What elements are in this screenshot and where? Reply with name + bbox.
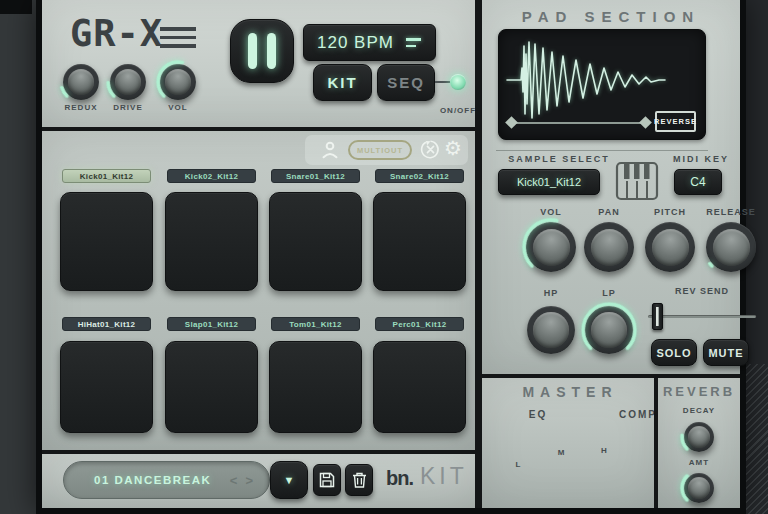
eq-mid-letter: M bbox=[555, 448, 567, 457]
reverb-title: REVERB bbox=[658, 384, 740, 399]
pad-section-title: PAD SECTION bbox=[482, 8, 740, 25]
led-connector bbox=[435, 81, 450, 83]
brand-logo: bn. bbox=[386, 467, 413, 490]
reverb-panel: REVERB DECAY AMT bbox=[658, 378, 740, 508]
pad-vol-knob[interactable] bbox=[526, 222, 576, 272]
bpm-display[interactable]: 120 BPM bbox=[303, 24, 436, 61]
amt-knob[interactable] bbox=[684, 473, 714, 503]
backdrop-notch bbox=[0, 0, 32, 14]
drum-pad-hihat01[interactable] bbox=[60, 341, 153, 433]
decay-knob[interactable] bbox=[684, 422, 714, 452]
preset-next-icon[interactable]: > bbox=[245, 473, 253, 488]
drum-pad-snare02[interactable] bbox=[373, 192, 466, 291]
pause-button[interactable] bbox=[230, 19, 294, 83]
dropdown-triangle-icon: ▼ bbox=[284, 474, 295, 486]
trim-slider-track[interactable] bbox=[513, 122, 647, 124]
pad-section-panel: PAD SECTION REVERSE SAMPLE SELECT Kick01… bbox=[482, 0, 740, 374]
sample-select-label: SAMPLE SELECT bbox=[486, 154, 632, 164]
drum-pad-kick02[interactable] bbox=[165, 192, 258, 291]
lp-knob-label: LP bbox=[579, 288, 639, 298]
multiout-button[interactable]: MULTIOUT bbox=[348, 140, 412, 160]
separator-line bbox=[496, 150, 708, 151]
pad-label-chip[interactable]: Tom01_Kit12 bbox=[271, 317, 360, 331]
preset-dropdown-button[interactable]: ▼ bbox=[270, 461, 308, 499]
pad-label-chip[interactable]: Snare02_Kit12 bbox=[375, 169, 464, 183]
waveform-display[interactable]: REVERSE bbox=[498, 29, 706, 140]
pad-pan-knob[interactable] bbox=[584, 222, 634, 272]
eq-low-slider[interactable] bbox=[528, 426, 558, 508]
app-logo: GR-X bbox=[70, 12, 163, 55]
pad-label-chip[interactable]: HiHat01_Kit12 bbox=[62, 317, 151, 331]
eq-low-letter: L bbox=[512, 460, 524, 469]
drum-pad-snare01[interactable] bbox=[269, 192, 362, 291]
sample-select-box[interactable]: Kick01_Kit12 bbox=[498, 169, 600, 195]
seq-mode-button[interactable]: SEQ bbox=[377, 64, 435, 101]
pad-label-chip[interactable]: Kick02_Kit12 bbox=[167, 169, 256, 183]
pad-release-knob[interactable] bbox=[706, 222, 756, 272]
lp-filter-knob[interactable] bbox=[585, 306, 633, 354]
pad-label-chip[interactable]: Snare01_Kit12 bbox=[271, 169, 360, 183]
pad-label-chip[interactable]: Perc01_Kit12 bbox=[375, 317, 464, 331]
brand-product-label: KIT bbox=[420, 463, 468, 490]
rev-send-label: REV SEND bbox=[657, 286, 747, 296]
pad-pitch-knob[interactable] bbox=[645, 222, 695, 272]
preset-selector[interactable]: 01 DANCEBREAK < > bbox=[63, 461, 270, 499]
piano-icon bbox=[615, 161, 659, 201]
master-panel: MASTER EQ COMP L M H bbox=[482, 378, 658, 508]
header-panel: GR-X REDUX DRIVE VOL bbox=[42, 0, 475, 127]
midi-key-box[interactable]: C4 bbox=[674, 169, 722, 195]
reverse-button[interactable]: REVERSE bbox=[655, 111, 696, 132]
midi-key-label: MIDI KEY bbox=[662, 154, 740, 164]
drum-pad-perc01[interactable] bbox=[373, 341, 466, 433]
preset-prev-icon[interactable]: < bbox=[230, 473, 238, 488]
save-preset-button[interactable] bbox=[313, 464, 341, 496]
master-title: MASTER bbox=[482, 384, 658, 400]
screenshot-stage: GR-X REDUX DRIVE VOL bbox=[0, 0, 768, 514]
pad-label-chip[interactable]: Kick01_Kit12 bbox=[62, 169, 151, 183]
hp-filter-knob[interactable] bbox=[527, 306, 575, 354]
header-vol-knob[interactable] bbox=[160, 64, 196, 100]
hp-knob-label: HP bbox=[521, 288, 581, 298]
bpm-value: 120 BPM bbox=[317, 33, 394, 53]
drum-pad-slap01[interactable] bbox=[165, 341, 258, 433]
pad-bank-panel: MULTIOUT ⚙ Kick01_Kit12 Kick02_Kit12 Sna… bbox=[42, 131, 475, 450]
pan-knob-label: PAN bbox=[579, 207, 639, 217]
eq-label: EQ bbox=[508, 409, 568, 420]
bpm-drag-icon[interactable] bbox=[406, 38, 421, 47]
rev-send-track[interactable] bbox=[648, 315, 756, 318]
rev-send-handle[interactable] bbox=[652, 303, 663, 330]
preset-bar: 01 DANCEBREAK < > ▼ bbox=[42, 454, 475, 508]
delete-preset-button[interactable] bbox=[345, 464, 373, 496]
trash-icon bbox=[352, 472, 367, 488]
reset-kit-icon[interactable] bbox=[420, 139, 441, 160]
drum-pad-kick01[interactable] bbox=[60, 192, 153, 291]
drive-knob[interactable] bbox=[110, 64, 146, 100]
pause-bar-icon bbox=[248, 33, 257, 69]
eq-high-letter: H bbox=[598, 446, 610, 455]
amt-label: AMT bbox=[669, 458, 729, 467]
gear-icon[interactable]: ⚙ bbox=[444, 136, 462, 160]
redux-knob[interactable] bbox=[63, 64, 99, 100]
onoff-led[interactable] bbox=[450, 74, 466, 90]
decay-label: DECAY bbox=[669, 406, 729, 415]
eq-mid-slider[interactable] bbox=[571, 426, 601, 508]
user-icon[interactable] bbox=[320, 140, 340, 160]
pause-bar-icon bbox=[267, 33, 276, 69]
drum-pad-tom01[interactable] bbox=[269, 341, 362, 433]
waveform-icon bbox=[499, 32, 707, 122]
plugin-window: GR-X REDUX DRIVE VOL bbox=[36, 0, 746, 514]
preset-name: 01 DANCEBREAK bbox=[94, 474, 211, 486]
kit-mode-button[interactable]: KIT bbox=[313, 64, 372, 101]
pad-label-chip[interactable]: Slap01_Kit12 bbox=[167, 317, 256, 331]
eq-high-slider[interactable] bbox=[614, 426, 644, 508]
mute-button[interactable]: MUTE bbox=[703, 339, 749, 366]
divider bbox=[475, 0, 482, 508]
hamburger-menu-icon[interactable] bbox=[160, 27, 196, 48]
floppy-icon bbox=[319, 472, 335, 488]
solo-button[interactable]: SOLO bbox=[651, 339, 697, 366]
vol-label: VOL bbox=[148, 103, 208, 112]
